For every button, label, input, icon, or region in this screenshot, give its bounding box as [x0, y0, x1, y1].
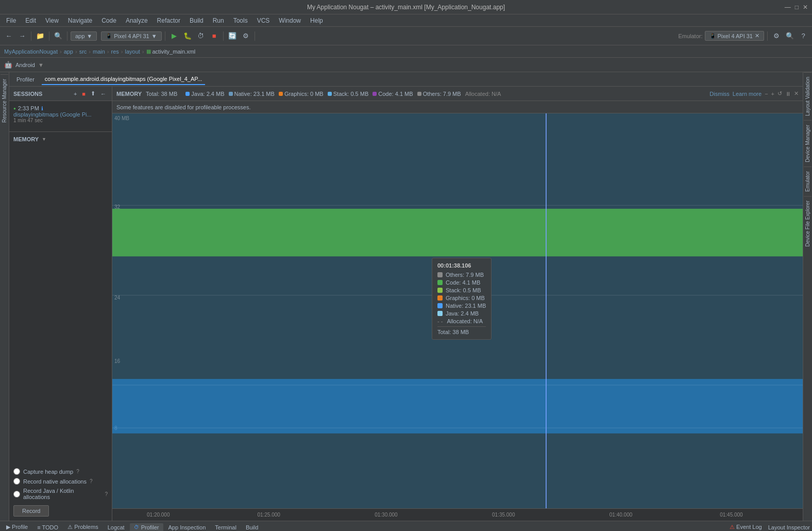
zoom-out-icon[interactable]: − — [765, 91, 768, 97]
export-session-btn[interactable]: ⬆ — [89, 90, 97, 97]
profile-button[interactable]: ⏱ — [195, 30, 207, 42]
record-java-radio[interactable] — [13, 491, 20, 497]
capture-heap-radio[interactable] — [13, 468, 20, 475]
back-icon[interactable]: ← — [3, 30, 14, 42]
add-session-btn[interactable]: + — [72, 90, 78, 97]
tab-problems[interactable]: ⚠ Problems — [63, 523, 103, 531]
help-icon[interactable]: ? — [798, 30, 809, 42]
tab-logcat[interactable]: Logcat — [104, 523, 129, 532]
menu-tools[interactable]: Tools — [229, 16, 252, 25]
menu-view[interactable]: View — [41, 16, 63, 25]
forward-icon[interactable]: → — [16, 30, 28, 42]
breadcrumb-res[interactable]: res — [111, 48, 119, 55]
record-native-radio[interactable] — [13, 478, 20, 485]
tooltip-code: Code: 4.1 MB — [437, 279, 486, 286]
record-native-help[interactable]: ? — [90, 478, 93, 484]
menu-file[interactable]: File — [2, 16, 20, 25]
menu-run[interactable]: Run — [209, 16, 228, 25]
module-selector[interactable]: app▼ — [71, 31, 97, 41]
learn-more-link[interactable]: Learn more — [733, 91, 762, 97]
maximize-btn[interactable]: □ — [795, 4, 799, 11]
session-info-icon[interactable]: ℹ — [41, 106, 43, 111]
device-selector[interactable]: 📱 Pixel 4 API 31▼ — [101, 31, 161, 41]
event-log-btn[interactable]: ⚠ Event Log — [730, 524, 762, 530]
nav-back-btn[interactable]: ← — [99, 90, 108, 97]
sidebar-device-manager[interactable]: Device Manager — [804, 120, 811, 167]
tooltip-native: Native: 23.1 MB — [437, 303, 486, 309]
menu-window[interactable]: Window — [275, 16, 305, 25]
sidebar-emulator[interactable]: Emulator — [804, 167, 811, 196]
tab-todo[interactable]: ≡ TODO — [33, 523, 62, 532]
memory-tooltip: 00:01:38.106 Others: 7.9 MB Code: 4.1 MB… — [432, 258, 492, 340]
profiler-body: SESSIONS + ■ ⬆ ← ● 2:33 PM ℹ displayingb… — [9, 87, 803, 521]
bottom-right-controls: ⚠ Event Log Layout Inspector — [730, 524, 810, 530]
gradle-icon[interactable]: ⚙ — [240, 30, 251, 42]
capture-heap-help[interactable]: ? — [76, 469, 79, 474]
sidebar-layout-validation[interactable]: Layout Validation — [804, 72, 811, 120]
stop-session-btn[interactable]: ■ — [80, 90, 87, 97]
device-name: Pixel 4 API 31 — [114, 33, 149, 39]
tab-profiler[interactable]: Profiler — [13, 74, 38, 85]
record-button[interactable]: Record — [13, 505, 49, 517]
tab-profiler[interactable]: ⏱ Profiler — [130, 523, 163, 532]
tooltip-total: Total: 38 MB — [437, 326, 486, 335]
search-icon[interactable]: 🔍 — [53, 30, 64, 42]
native-stat: Native: 23.1 MB — [229, 91, 275, 97]
breadcrumb-src[interactable]: src — [79, 48, 87, 55]
sync-icon[interactable]: 🔄 — [227, 30, 238, 42]
toolbar-separator-4 — [165, 31, 165, 41]
settings-icon[interactable]: ⚙ — [771, 30, 782, 42]
tab-build[interactable]: Build — [242, 523, 262, 532]
java-tooltip-dot — [437, 311, 443, 316]
menu-help[interactable]: Help — [306, 16, 327, 25]
breadcrumb-file: ▦ activity_main.xml — [146, 48, 196, 55]
profiler-panel: Profiler com.example.android.displayingb… — [9, 72, 803, 521]
session-item[interactable]: ● 2:33 PM ℹ displayingbitmaps (Google Pi… — [9, 101, 112, 127]
x-label-4: 01:35.000 — [492, 512, 515, 518]
dismiss-link[interactable]: Dismiss — [709, 91, 730, 97]
x-label-2: 01:25.000 — [257, 512, 280, 518]
sidebar-device-file-explorer[interactable]: Device File Explorer — [804, 196, 811, 251]
breadcrumb-appname[interactable]: MyApplicationNougat — [4, 48, 58, 55]
others-stat: Others: 7.9 MB — [417, 91, 461, 97]
menu-vcs[interactable]: VCS — [253, 16, 274, 25]
sidebar-resource-manager[interactable]: Resource Manager — [1, 74, 8, 127]
layout-inspector-btn[interactable]: Layout Inspector — [768, 524, 810, 530]
stop-button[interactable]: ■ — [209, 30, 220, 42]
x-label-1: 01:20.000 — [147, 512, 170, 518]
zoom-in-icon[interactable]: + — [771, 91, 774, 97]
record-native-option: Record native allocations ? — [13, 478, 108, 485]
close-btn[interactable]: ✕ — [803, 4, 808, 11]
tab-profile[interactable]: ▶ Profile — [2, 523, 32, 531]
breadcrumb: MyApplicationNougat › app › src › main ›… — [0, 45, 812, 58]
reset-zoom-icon[interactable]: ↺ — [777, 90, 782, 97]
total-stat: Total: 38 MB — [146, 91, 177, 97]
menu-analyze[interactable]: Analyze — [122, 16, 152, 25]
record-java-help[interactable]: ? — [105, 491, 108, 497]
debug-button[interactable]: 🐛 — [182, 30, 193, 42]
menu-edit[interactable]: Edit — [21, 16, 40, 25]
menu-code[interactable]: Code — [97, 16, 121, 25]
menu-build[interactable]: Build — [185, 16, 208, 25]
menu-navigate[interactable]: Navigate — [64, 16, 96, 25]
pause-icon[interactable]: ⏸ — [785, 91, 791, 97]
chart-container[interactable]: 40 MB 32 24 16 8 — [112, 113, 803, 508]
memory-header-label: MEMORY — [116, 91, 142, 97]
emulator-sep — [767, 31, 768, 41]
menu-refactor[interactable]: Refactor — [153, 16, 184, 25]
tab-terminal[interactable]: Terminal — [211, 523, 241, 532]
minimize-btn[interactable]: — — [785, 4, 791, 11]
breadcrumb-main[interactable]: main — [93, 48, 105, 55]
breadcrumb-layout[interactable]: layout — [125, 48, 140, 55]
project-icon[interactable]: 📁 — [35, 30, 46, 42]
search-icon-2[interactable]: 🔍 — [784, 30, 796, 42]
x-label-6: 01:45.000 — [720, 512, 743, 518]
run-button[interactable]: ▶ — [168, 30, 180, 42]
breadcrumb-app[interactable]: app — [64, 48, 73, 55]
emulator-device-selector[interactable]: 📱 Pixel 4 API 31 ✕ — [705, 31, 765, 41]
close-memory-icon[interactable]: ✕ — [794, 90, 799, 97]
tab-app-inspection[interactable]: App Inspection — [164, 523, 210, 532]
native-dot — [229, 92, 233, 96]
tab-file[interactable]: com.example.android.displayingbitmaps (G… — [42, 74, 206, 85]
tooltip-time: 00:01:38.106 — [437, 262, 486, 269]
